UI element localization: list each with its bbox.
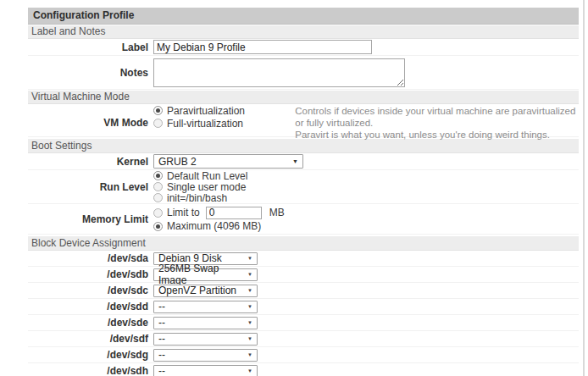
radio-unchecked-icon[interactable] [153, 182, 163, 191]
radio-checked-icon[interactable] [153, 222, 163, 231]
label-row: Label [28, 39, 579, 56]
block-device-row-sdd: /dev/sdd -- ▼ [28, 299, 579, 315]
device-select-value: -- [158, 301, 165, 312]
run-level-row: Run Level Default Run Level Single user … [28, 170, 579, 204]
memory-limit-option-label: Maximum (4096 MB) [167, 220, 261, 232]
block-device-row-sdf: /dev/sdf -- ▼ [28, 331, 579, 347]
block-device-row-sdg: /dev/sdg -- ▼ [28, 347, 579, 363]
select-arrow-icon: ▼ [247, 272, 252, 277]
vm-mode-help-line1: Controls if devices inside your virtual … [295, 105, 579, 129]
vm-mode-row: VM Mode Paravirtualization Full-virtuali… [28, 104, 579, 137]
device-label: /dev/sda [28, 252, 148, 264]
radio-checked-icon[interactable] [153, 106, 163, 115]
memory-limit-unit: MB [269, 207, 285, 218]
radio-unchecked-icon[interactable] [153, 208, 163, 218]
device-label: /dev/sdf [28, 333, 148, 345]
configuration-profile-form: Configuration Profile Label and Notes La… [28, 8, 579, 376]
run-level-option-default[interactable]: Default Run Level [153, 170, 579, 181]
memory-limit-option-limit[interactable]: Limit to MB [153, 206, 579, 220]
radio-checked-icon[interactable] [153, 171, 163, 180]
device-label: /dev/sdh [28, 365, 148, 376]
memory-limit-option-maximum[interactable]: Maximum (4096 MB) [153, 220, 579, 233]
vm-mode-help-text: Controls if devices inside your virtual … [295, 104, 579, 141]
select-arrow-icon: ▼ [247, 320, 252, 325]
vm-mode-label: VM Mode [28, 117, 148, 129]
notes-field-label: Notes [28, 67, 148, 79]
label-field-label: Label [28, 41, 148, 53]
section-label-and-notes: Label and Notes [28, 25, 579, 39]
radio-unchecked-icon[interactable] [153, 193, 163, 202]
device-select-value: OpenVZ Partition [158, 285, 236, 296]
select-arrow-icon: ▼ [292, 158, 298, 164]
run-level-option-single-user[interactable]: Single user mode [153, 181, 579, 192]
vm-mode-help-line2: Paravirt is what you want, unless you're… [295, 129, 579, 141]
block-device-row-sda: /dev/sda Debian 9 Disk ▼ [28, 251, 579, 267]
run-level-option-label: Single user mode [167, 181, 246, 193]
device-select-value: -- [158, 317, 165, 329]
device-label: /dev/sde [28, 317, 148, 329]
device-select-sdc[interactable]: OpenVZ Partition ▼ [153, 285, 258, 297]
block-device-row-sdc: /dev/sdc OpenVZ Partition ▼ [28, 283, 579, 299]
select-arrow-icon: ▼ [247, 352, 252, 357]
device-select-sdh[interactable]: -- ▼ [153, 365, 258, 376]
radio-unchecked-icon[interactable] [153, 119, 163, 128]
memory-limit-input[interactable] [206, 207, 262, 219]
block-device-row-sdh: /dev/sdh -- ▼ [28, 363, 579, 376]
run-level-label: Run Level [28, 181, 148, 193]
block-device-row-sdb: /dev/sdb 256MB Swap Image ▼ [28, 267, 579, 283]
section-boot-settings: Boot Settings [28, 139, 579, 153]
section-block-device-assignment: Block Device Assignment [28, 236, 579, 251]
select-arrow-icon: ▼ [247, 304, 252, 309]
run-level-option-label: Default Run Level [167, 170, 247, 182]
device-label: /dev/sdg [28, 349, 148, 361]
device-select-value: -- [158, 333, 165, 345]
section-virtual-machine-mode: Virtual Machine Mode [28, 91, 579, 104]
run-level-option-label: init=/bin/bash [167, 192, 227, 204]
device-select-value: -- [158, 365, 165, 376]
device-label: /dev/sdd [28, 301, 148, 312]
vm-mode-option-label: Paravirtualization [167, 105, 245, 117]
device-select-sde[interactable]: -- ▼ [153, 317, 258, 329]
select-arrow-icon: ▼ [247, 336, 252, 341]
device-select-sdb[interactable]: 256MB Swap Image ▼ [153, 268, 258, 281]
device-select-sdd[interactable]: -- ▼ [153, 301, 258, 313]
vm-mode-option-label: Full-virtualization [167, 118, 243, 130]
kernel-label: Kernel [28, 156, 148, 168]
run-level-option-init-bash[interactable]: init=/bin/bash [153, 192, 579, 203]
page-right-border [583, 0, 585, 376]
device-label: /dev/sdb [28, 268, 148, 280]
select-arrow-icon: ▼ [247, 288, 252, 293]
kernel-select-value: GRUB 2 [158, 156, 197, 168]
kernel-select[interactable]: GRUB 2 ▼ [153, 154, 303, 169]
device-select-sdg[interactable]: -- ▼ [153, 349, 258, 362]
notes-row: Notes [28, 56, 579, 90]
memory-limit-option-label: Limit to [167, 207, 200, 218]
device-select-value: -- [158, 349, 165, 361]
vm-mode-option-paravirtualization[interactable]: Paravirtualization [153, 104, 295, 117]
memory-limit-row: Memory Limit Limit to MB Maximum (4096 M… [28, 204, 579, 235]
kernel-row: Kernel GRUB 2 ▼ [28, 153, 579, 170]
page-title: Configuration Profile [28, 8, 579, 25]
memory-limit-label: Memory Limit [28, 213, 148, 225]
device-label: /dev/sdc [28, 285, 148, 296]
notes-textarea[interactable] [153, 58, 405, 87]
device-select-value: 256MB Swap Image [158, 263, 247, 286]
select-arrow-icon: ▼ [247, 368, 252, 373]
block-device-row-sde: /dev/sde -- ▼ [28, 315, 579, 331]
device-select-sdf[interactable]: -- ▼ [153, 333, 258, 346]
vm-mode-option-full-virtualization[interactable]: Full-virtualization [153, 117, 295, 130]
label-input[interactable] [153, 40, 372, 54]
select-arrow-icon: ▼ [247, 256, 252, 261]
